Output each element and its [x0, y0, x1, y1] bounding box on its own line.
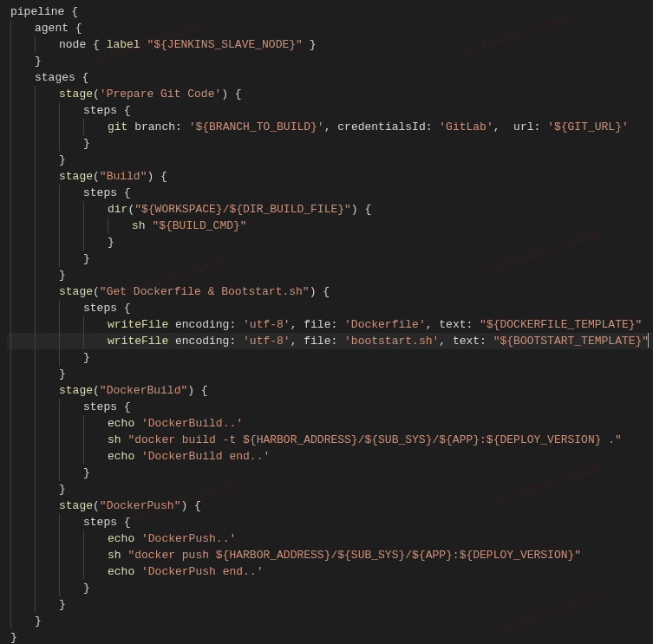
code-line[interactable]: } — [7, 580, 653, 596]
code-token: 'utf-8' — [243, 333, 291, 349]
code-line[interactable]: } — [7, 596, 653, 613]
indent-guide — [10, 465, 35, 481]
code-token: steps — [83, 514, 124, 530]
code-token: sh — [108, 547, 127, 563]
code-line[interactable]: dir("${WORKSPACE}/${DIR_BUILD_FILE}") { — [7, 201, 653, 218]
code-line[interactable]: writeFile encoding: 'utf-8', file: 'Dock… — [7, 316, 653, 333]
code-token: stage — [59, 86, 93, 102]
code-token: "${BUILD_CMD}" — [152, 218, 246, 234]
code-line[interactable]: } — [7, 349, 653, 366]
code-token: 'utf-8' — [243, 316, 291, 333]
code-token: { — [71, 3, 78, 20]
code-token: } — [10, 629, 17, 644]
code-token: sh — [108, 432, 127, 448]
code-line[interactable]: git branch: '${BRANCH_TO_BUILD}', creden… — [7, 119, 653, 135]
indent-guide — [10, 135, 35, 152]
indent-guide — [35, 102, 59, 119]
code-token: stage — [59, 283, 93, 300]
code-token: "${WORKSPACE}/${DIR_BUILD_FILE}" — [134, 201, 351, 218]
code-line[interactable]: stage("DockerPush") { — [7, 498, 653, 514]
indent-guide — [35, 514, 59, 530]
code-token: "${BOOTSTART_TEMPLATE}" — [493, 333, 649, 349]
code-line[interactable]: steps { — [7, 185, 653, 201]
code-token: node — [59, 36, 93, 53]
indent-guide — [35, 563, 59, 580]
code-line[interactable]: steps { — [7, 300, 653, 316]
code-token: ( — [93, 498, 100, 514]
indent-guide — [10, 152, 35, 168]
code-line[interactable]: } — [7, 481, 653, 498]
code-token: 'DockerBuild..' — [141, 415, 243, 432]
code-line[interactable]: } — [7, 366, 653, 382]
indent-guide — [10, 514, 35, 530]
code-token: { — [124, 102, 131, 119]
indent-guide — [35, 283, 59, 300]
code-token: 'DockerBuild end..' — [141, 448, 270, 465]
code-line[interactable]: sh "docker push ${HARBOR_ADDRESS}/${SUB_… — [7, 547, 653, 563]
indent-guide — [59, 547, 83, 563]
code-token: ) { — [187, 382, 207, 399]
code-token: stage — [59, 498, 93, 514]
code-token: stages — [35, 69, 82, 86]
indent-guide — [10, 267, 35, 283]
code-line[interactable]: stages { — [7, 69, 653, 86]
code-token: } — [35, 53, 42, 69]
code-line[interactable]: writeFile encoding: 'utf-8', file: 'boot… — [7, 333, 653, 349]
code-line[interactable]: steps { — [7, 102, 653, 119]
indent-guide — [83, 201, 108, 218]
code-line[interactable]: } — [7, 629, 653, 644]
code-line[interactable]: } — [7, 250, 653, 267]
code-line[interactable]: } — [7, 465, 653, 481]
code-line[interactable]: steps { — [7, 399, 653, 415]
code-token: { — [82, 69, 89, 86]
indent-guide — [59, 530, 83, 547]
indent-guide — [35, 86, 59, 102]
code-line[interactable]: agent { — [7, 20, 653, 36]
code-line[interactable]: sh "${BUILD_CMD}" — [7, 218, 653, 234]
code-token: label — [107, 36, 147, 53]
code-line[interactable]: steps { — [7, 514, 653, 530]
code-line[interactable]: stage("DockerBuild") { — [7, 382, 653, 399]
indent-guide — [10, 432, 35, 448]
indent-guide — [10, 530, 35, 547]
code-line[interactable]: } — [7, 152, 653, 168]
indent-guide — [59, 119, 83, 135]
code-token: , file: — [291, 333, 344, 349]
code-token: ( — [93, 86, 100, 102]
code-line[interactable]: } — [7, 135, 653, 152]
indent-guide — [59, 465, 83, 481]
code-line[interactable]: echo 'DockerBuild end..' — [7, 448, 653, 465]
indent-guide — [35, 316, 59, 333]
indent-guide — [35, 250, 59, 267]
indent-guide — [83, 448, 108, 465]
code-token: encoding: — [175, 333, 243, 349]
indent-guide — [35, 481, 59, 498]
code-line[interactable]: stage("Get Dockerfile & Bootstart.sh") { — [7, 283, 653, 300]
code-line[interactable]: pipeline { — [7, 3, 653, 20]
code-line[interactable]: } — [7, 613, 653, 629]
code-editor[interactable]: pipeline {agent {node { label "${JENKINS… — [0, 3, 653, 644]
indent-guide — [35, 547, 59, 563]
code-line[interactable]: stage("Build") { — [7, 168, 653, 185]
code-line[interactable]: } — [7, 267, 653, 283]
code-line[interactable]: } — [7, 234, 653, 250]
code-line[interactable]: echo 'DockerPush..' — [7, 530, 653, 547]
code-token: ( — [93, 168, 100, 185]
indent-guide — [83, 563, 108, 580]
code-token: { — [93, 36, 107, 53]
code-line[interactable]: node { label "${JENKINS_SLAVE_NODE}" } — [7, 36, 653, 53]
code-line[interactable]: echo 'DockerBuild..' — [7, 415, 653, 432]
code-line[interactable]: stage('Prepare Git Code') { — [7, 86, 653, 102]
code-line[interactable]: } — [7, 53, 653, 69]
code-token: } — [83, 580, 90, 596]
code-token: echo — [108, 415, 141, 432]
code-token: stage — [59, 168, 93, 185]
code-token: steps — [83, 300, 124, 316]
code-line[interactable]: sh "docker build -t ${HARBOR_ADDRESS}/${… — [7, 432, 653, 448]
code-line[interactable]: echo 'DockerPush end..' — [7, 563, 653, 580]
indent-guide — [10, 333, 35, 349]
indent-guide — [10, 399, 35, 415]
indent-guide — [10, 218, 35, 234]
indent-guide — [35, 366, 59, 382]
indent-guide — [10, 563, 35, 580]
